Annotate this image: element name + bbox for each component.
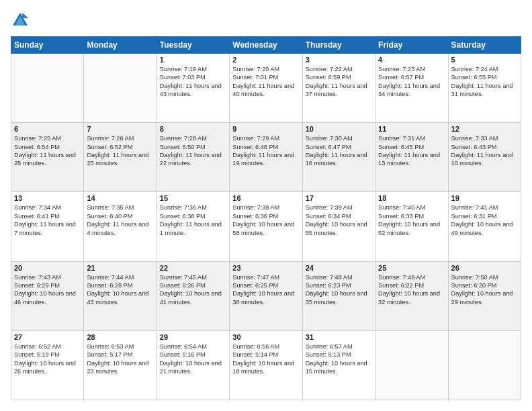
day-number: 5 <box>451 56 518 64</box>
calendar-day-cell: 17 Sunrise: 7:39 AM Sunset: 6:34 PM Dayl… <box>302 192 375 261</box>
calendar-day-cell: 24 Sunrise: 7:48 AM Sunset: 6:23 PM Dayl… <box>302 261 375 330</box>
day-info: Sunrise: 7:40 AM Sunset: 6:33 PM Dayligh… <box>378 203 445 237</box>
sunset-text: Sunset: 6:22 PM <box>378 282 424 289</box>
sunset-text: Sunset: 6:52 PM <box>87 144 132 150</box>
daylight-text: Daylight: 11 hours and 4 minutes. <box>87 221 148 236</box>
weekday-header-friday: Friday <box>375 37 448 54</box>
daylight-text: Daylight: 10 hours and 15 minutes. <box>306 360 367 375</box>
weekday-header-row: SundayMondayTuesdayWednesdayThursdayFrid… <box>11 37 521 54</box>
sunset-text: Sunset: 6:25 PM <box>232 282 278 289</box>
calendar-day-cell: 30 Sunrise: 6:56 AM Sunset: 5:14 PM Dayl… <box>230 330 302 400</box>
calendar-day-cell: 1 Sunrise: 7:19 AM Sunset: 7:03 PM Dayli… <box>157 54 229 123</box>
daylight-text: Daylight: 11 hours and 43 minutes. <box>160 83 222 97</box>
calendar-day-cell: 27 Sunrise: 6:52 AM Sunset: 5:19 PM Dayl… <box>11 330 84 400</box>
sunrise-text: Sunrise: 6:56 AM <box>232 343 279 350</box>
calendar-day-cell: 3 Sunrise: 7:22 AM Sunset: 6:59 PM Dayli… <box>302 54 375 123</box>
daylight-text: Daylight: 10 hours and 26 minutes. <box>14 360 76 375</box>
day-info: Sunrise: 7:48 AM Sunset: 6:23 PM Dayligh… <box>306 273 372 307</box>
header <box>11 11 521 30</box>
day-info: Sunrise: 7:28 AM Sunset: 6:50 PM Dayligh… <box>160 134 226 168</box>
day-number: 20 <box>14 264 81 272</box>
sunset-text: Sunset: 6:45 PM <box>378 144 424 150</box>
day-number: 29 <box>160 333 226 341</box>
day-number: 28 <box>87 333 153 341</box>
sunset-text: Sunset: 6:48 PM <box>232 144 278 150</box>
day-number: 19 <box>451 194 518 202</box>
sunrise-text: Sunrise: 6:54 AM <box>160 343 207 350</box>
calendar-day-cell: 20 Sunrise: 7:43 AM Sunset: 6:29 PM Dayl… <box>11 261 84 330</box>
day-number: 1 <box>160 56 226 64</box>
daylight-text: Daylight: 11 hours and 19 minutes. <box>232 152 294 167</box>
calendar-day-cell: 10 Sunrise: 7:30 AM Sunset: 6:47 PM Dayl… <box>302 123 375 192</box>
calendar-week-row: 20 Sunrise: 7:43 AM Sunset: 6:29 PM Dayl… <box>11 261 521 330</box>
daylight-text: Daylight: 11 hours and 25 minutes. <box>87 152 148 167</box>
daylight-text: Daylight: 11 hours and 31 minutes. <box>451 83 513 97</box>
daylight-text: Daylight: 10 hours and 58 minutes. <box>232 221 294 236</box>
sunrise-text: Sunrise: 7:36 AM <box>160 204 207 211</box>
sunset-text: Sunset: 7:03 PM <box>160 74 206 81</box>
day-info: Sunrise: 7:38 AM Sunset: 6:36 PM Dayligh… <box>232 203 299 237</box>
calendar-day-cell: 13 Sunrise: 7:34 AM Sunset: 6:41 PM Dayl… <box>11 192 84 261</box>
daylight-text: Daylight: 11 hours and 7 minutes. <box>14 221 76 236</box>
sunset-text: Sunset: 6:26 PM <box>160 282 206 289</box>
calendar-day-cell: 25 Sunrise: 7:49 AM Sunset: 6:22 PM Dayl… <box>375 261 448 330</box>
sunrise-text: Sunrise: 7:41 AM <box>451 204 498 211</box>
calendar-day-cell: 18 Sunrise: 7:40 AM Sunset: 6:33 PM Dayl… <box>375 192 448 261</box>
calendar-day-cell: 12 Sunrise: 7:33 AM Sunset: 6:43 PM Dayl… <box>448 123 521 192</box>
sunset-text: Sunset: 6:50 PM <box>160 144 206 150</box>
sunset-text: Sunset: 6:38 PM <box>160 213 206 220</box>
sunset-text: Sunset: 6:40 PM <box>87 213 132 220</box>
sunset-text: Sunset: 6:23 PM <box>306 282 351 289</box>
calendar-day-cell: 2 Sunrise: 7:20 AM Sunset: 7:01 PM Dayli… <box>230 54 302 123</box>
sunrise-text: Sunrise: 7:25 AM <box>14 135 61 142</box>
day-number: 21 <box>87 264 153 272</box>
daylight-text: Daylight: 11 hours and 34 minutes. <box>378 83 440 97</box>
day-info: Sunrise: 6:56 AM Sunset: 5:14 PM Dayligh… <box>232 342 299 376</box>
calendar-day-cell: 5 Sunrise: 7:24 AM Sunset: 6:55 PM Dayli… <box>448 54 521 123</box>
sunrise-text: Sunrise: 7:39 AM <box>306 204 353 211</box>
daylight-text: Daylight: 11 hours and 13 minutes. <box>378 152 440 167</box>
daylight-text: Daylight: 10 hours and 18 minutes. <box>232 360 294 375</box>
logo <box>11 11 32 30</box>
day-info: Sunrise: 6:57 AM Sunset: 5:13 PM Dayligh… <box>306 342 372 376</box>
day-info: Sunrise: 7:45 AM Sunset: 6:26 PM Dayligh… <box>160 273 226 307</box>
day-info: Sunrise: 7:34 AM Sunset: 6:41 PM Dayligh… <box>14 203 81 237</box>
sunrise-text: Sunrise: 6:57 AM <box>306 343 353 350</box>
calendar-week-row: 13 Sunrise: 7:34 AM Sunset: 6:41 PM Dayl… <box>11 192 521 261</box>
day-info: Sunrise: 7:41 AM Sunset: 6:31 PM Dayligh… <box>451 203 518 237</box>
calendar-week-row: 6 Sunrise: 7:25 AM Sunset: 6:54 PM Dayli… <box>11 123 521 192</box>
sunset-text: Sunset: 5:14 PM <box>232 351 278 358</box>
day-number: 14 <box>87 194 153 202</box>
day-number: 7 <box>87 125 153 133</box>
daylight-text: Daylight: 10 hours and 38 minutes. <box>232 290 294 305</box>
day-info: Sunrise: 7:31 AM Sunset: 6:45 PM Dayligh… <box>378 134 445 168</box>
day-number: 17 <box>306 194 372 202</box>
daylight-text: Daylight: 11 hours and 28 minutes. <box>14 152 76 167</box>
day-info: Sunrise: 7:50 AM Sunset: 6:20 PM Dayligh… <box>451 273 518 307</box>
sunrise-text: Sunrise: 7:48 AM <box>306 274 353 281</box>
day-number: 31 <box>306 333 372 341</box>
sunrise-text: Sunrise: 7:22 AM <box>306 66 353 73</box>
sunrise-text: Sunrise: 7:50 AM <box>451 274 498 281</box>
calendar-week-row: 1 Sunrise: 7:19 AM Sunset: 7:03 PM Dayli… <box>11 54 521 123</box>
daylight-text: Daylight: 11 hours and 37 minutes. <box>306 83 367 97</box>
day-number: 6 <box>14 125 81 133</box>
calendar-day-cell: 6 Sunrise: 7:25 AM Sunset: 6:54 PM Dayli… <box>11 123 84 192</box>
sunrise-text: Sunrise: 7:33 AM <box>451 135 498 142</box>
calendar-day-cell: 8 Sunrise: 7:28 AM Sunset: 6:50 PM Dayli… <box>157 123 229 192</box>
calendar-day-cell: 28 Sunrise: 6:53 AM Sunset: 5:17 PM Dayl… <box>84 330 157 400</box>
daylight-text: Daylight: 10 hours and 32 minutes. <box>378 290 440 305</box>
daylight-text: Daylight: 10 hours and 55 minutes. <box>306 221 367 236</box>
sunset-text: Sunset: 6:34 PM <box>306 213 351 220</box>
sunset-text: Sunset: 6:59 PM <box>306 74 351 81</box>
day-number: 4 <box>378 56 445 64</box>
sunrise-text: Sunrise: 7:49 AM <box>378 274 425 281</box>
calendar-day-cell: 9 Sunrise: 7:29 AM Sunset: 6:48 PM Dayli… <box>230 123 302 192</box>
calendar-day-cell: 4 Sunrise: 7:23 AM Sunset: 6:57 PM Dayli… <box>375 54 448 123</box>
sunrise-text: Sunrise: 7:31 AM <box>378 135 425 142</box>
day-info: Sunrise: 7:39 AM Sunset: 6:34 PM Dayligh… <box>306 203 372 237</box>
sunrise-text: Sunrise: 7:45 AM <box>160 274 207 281</box>
day-number: 27 <box>14 333 81 341</box>
weekday-header-sunday: Sunday <box>11 37 84 54</box>
calendar-day-cell <box>11 54 84 123</box>
